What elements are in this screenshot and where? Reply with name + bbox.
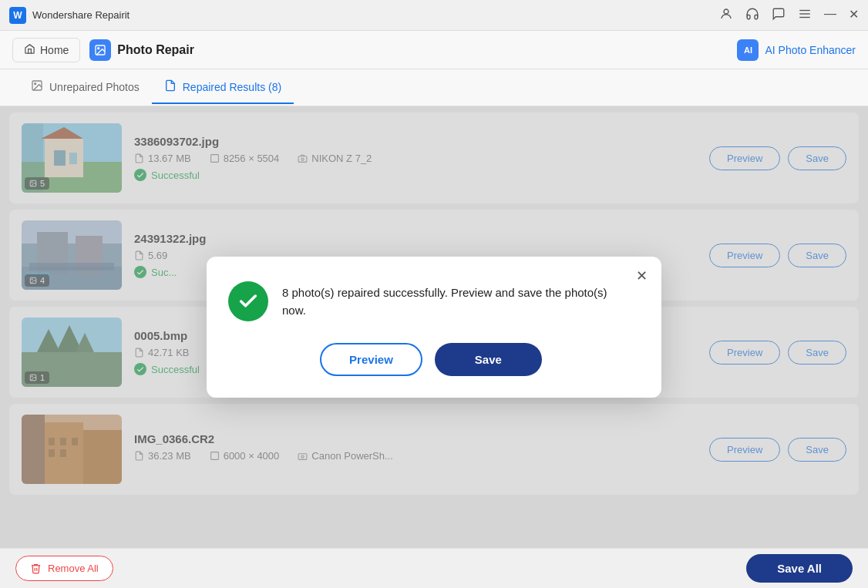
- repaired-tab-label: Repaired Results (8): [183, 81, 281, 93]
- svg-point-7: [35, 82, 36, 84]
- photo-repair-nav: Photo Repair: [89, 39, 194, 61]
- svg-point-0: [724, 9, 728, 14]
- navbar: Home Photo Repair AI AI Photo Enhancer: [0, 31, 868, 69]
- home-nav-button[interactable]: Home: [12, 38, 80, 62]
- modal-preview-button[interactable]: Preview: [320, 343, 422, 376]
- bottom-bar: Remove All Save All: [0, 548, 868, 588]
- titlebar: W Wondershare Repairit —: [0, 0, 868, 31]
- ai-icon: AI: [737, 39, 759, 61]
- message-icon[interactable]: [772, 7, 786, 24]
- headphone-icon[interactable]: [745, 7, 759, 24]
- repaired-tab-icon: [164, 79, 177, 95]
- minimize-icon[interactable]: —: [824, 7, 836, 24]
- photo-repair-icon: [89, 39, 111, 61]
- tabs-bar: Unrepaired Photos Repaired Results (8): [0, 69, 868, 106]
- tab-repaired[interactable]: Repaired Results (8): [152, 72, 294, 104]
- tab-unrepaired[interactable]: Unrepaired Photos: [19, 72, 152, 104]
- app-title: Wondershare Repairit: [32, 9, 719, 21]
- ai-enhancer-label: AI Photo Enhancer: [765, 44, 856, 56]
- svg-point-5: [98, 47, 99, 49]
- unrepaired-tab-label: Unrepaired Photos: [49, 81, 140, 93]
- home-icon: [24, 43, 35, 57]
- remove-all-button[interactable]: Remove All: [15, 556, 113, 581]
- remove-all-label: Remove All: [48, 563, 99, 574]
- user-icon[interactable]: [719, 7, 733, 24]
- modal-actions: Preview Save: [228, 343, 634, 376]
- window-controls: — ✕: [719, 7, 859, 24]
- app-logo: W: [9, 7, 26, 24]
- close-icon[interactable]: ✕: [849, 7, 859, 24]
- modal-body: 8 photo(s) repaired successfully. Previe…: [228, 278, 634, 321]
- unrepaired-tab-icon: [31, 79, 43, 95]
- photo-repair-label: Photo Repair: [117, 43, 194, 57]
- modal-save-button[interactable]: Save: [435, 343, 542, 376]
- menu-icon[interactable]: [798, 7, 812, 24]
- modal-dialog: ✕ 8 photo(s) repaired successfully. Prev…: [207, 257, 661, 398]
- save-all-button[interactable]: Save All: [746, 554, 853, 583]
- modal-message: 8 photo(s) repaired successfully. Previe…: [282, 284, 634, 319]
- ai-enhancer-button[interactable]: AI AI Photo Enhancer: [737, 39, 856, 61]
- success-check-icon: [228, 281, 268, 321]
- trash-icon: [30, 563, 42, 574]
- modal-close-button[interactable]: ✕: [636, 267, 648, 284]
- home-label: Home: [40, 44, 69, 56]
- modal-backdrop: ✕ 8 photo(s) repaired successfully. Prev…: [0, 106, 868, 548]
